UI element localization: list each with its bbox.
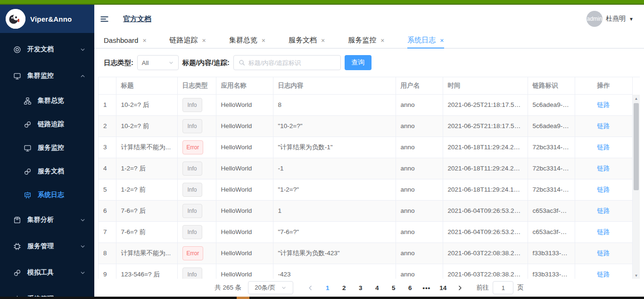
sidebar-item-service-management[interactable]: 服务管理 [0,233,94,259]
table-scrollbar[interactable]: ▲ ▼ [633,95,640,279]
log-type-select[interactable]: All [137,55,179,70]
chevron-down-icon [80,217,86,223]
more-pages-icon[interactable]: ••• [420,284,433,291]
link-icon [24,168,32,176]
trace-link[interactable]: 链路 [597,271,610,278]
avatar[interactable]: admin [586,11,603,27]
page-size-value: 20条/页 [255,283,275,292]
board-icon [24,191,32,199]
next-page-button[interactable] [457,285,463,291]
trace-link[interactable]: 链路 [597,144,610,151]
page-number[interactable]: 5 [387,284,400,291]
log-title: 计算结果不能为... [116,242,177,264]
jump-suffix: 页 [517,283,524,292]
sidebar-item-service-docs[interactable]: 服务文档 [0,160,94,183]
user-name: anno [396,221,443,242]
sidebar-item-label: 模拟工具 [27,268,80,277]
log-content: -1 [273,158,396,179]
tab-service-docs[interactable]: 服务文档× [289,33,325,48]
sidebar-item-cluster-monitor[interactable]: 集群监控 [0,63,94,89]
close-icon[interactable]: × [321,37,325,44]
scrollbar-thumb[interactable] [634,103,639,190]
timestamp: 2021-06-25T21:18:17.536712 [443,115,528,137]
tab-bar: Dashboard×链路追踪×集群总览×服务文档×服务监控×系统日志× [94,33,644,48]
prev-page-button[interactable] [307,285,314,291]
timestamp: 2021-06-04T09:26:53.284887 [443,221,528,242]
close-icon[interactable]: × [262,37,265,44]
official-docs-link[interactable]: 官方文档 [123,15,151,24]
sidebar-item-service-monitor[interactable]: 服务监控 [0,136,94,160]
action-cell: 链路 [575,264,632,279]
package-icon [13,216,21,224]
close-icon[interactable]: × [380,37,384,44]
tab-system-log[interactable]: 系统日志× [407,33,444,48]
log-level-cell: Info [177,115,216,137]
close-icon[interactable]: × [202,37,206,44]
brand[interactable]: Viper&Anno [0,5,94,33]
close-icon[interactable]: × [440,37,444,44]
sidebar-item-trace[interactable]: 链路追踪 [0,113,94,136]
trace-id: c653ac3f-12... [528,200,575,221]
log-title: 1-2=? 前 [116,179,177,200]
scroll-down-icon[interactable]: ▼ [633,272,640,279]
log-title: 10-2=? 前 [116,115,177,137]
close-icon[interactable]: × [142,37,146,44]
monitor-icon [13,72,21,80]
page-number[interactable]: 4 [371,284,383,291]
page-number[interactable]: 3 [354,284,367,291]
page-number[interactable]: 1 [321,284,334,291]
tab-dashboard[interactable]: Dashboard× [104,33,147,48]
trace-link[interactable]: 链路 [597,122,610,129]
trace-id: f33b3133-6... [528,242,575,264]
tab-label: 链路追踪 [170,36,198,45]
action-cell: 链路 [575,115,632,137]
sidebar-item-system-log[interactable]: 系统日志 [0,183,94,207]
column-header: 时间 [443,77,528,94]
trace-link[interactable]: 链路 [597,250,610,257]
app-name: HelloWorld [216,137,273,158]
jump-page-input[interactable] [493,281,513,294]
page-number[interactable]: 14 [437,284,449,291]
trace-id: 72bc3314-8... [528,137,575,158]
log-type-label: 日志类型: [104,58,133,67]
log-level-badge: Error [182,246,204,260]
tab-cluster-overview[interactable]: 集群总览× [229,33,265,48]
link-icon [24,121,32,129]
table-row: 67-6=? 后InfoHelloWorld1anno2021-06-04T09… [99,200,632,221]
user-name: anno [396,200,443,221]
page-size-select[interactable]: 20条/页 [248,281,293,294]
sidebar-item-mock-tools[interactable]: 模拟工具 [0,259,94,286]
app-name: HelloWorld [216,242,273,264]
query-button[interactable]: 查询 [345,55,372,70]
sidebar-menu: 开发文档集群监控集群总览链路追踪服务监控服务文档系统日志集群分析服务管理模拟工具… [0,33,94,299]
sidebar-item-cluster-analysis[interactable]: 集群分析 [0,207,94,233]
tab-service-monitor[interactable]: 服务监控× [348,33,384,48]
column-header: 日志类型 [177,77,216,94]
search-input[interactable] [248,59,336,66]
user-name: anno [396,179,443,200]
trace-link[interactable]: 链路 [597,207,610,214]
hamburger-icon[interactable] [98,13,111,25]
trace-link[interactable]: 链路 [597,165,610,172]
sidebar-item-dev-docs[interactable]: 开发文档 [0,36,94,63]
top-header: 官方文档 admin 杜燕明 ▼ [94,5,644,33]
tab-trace[interactable]: 链路追踪× [170,33,206,48]
log-level-badge: Info [182,183,202,197]
trace-link[interactable]: 链路 [597,228,610,235]
user-menu[interactable]: admin 杜燕明 ▼ [586,11,634,27]
chevron-down-icon [80,243,86,250]
action-cell: 链路 [575,242,632,264]
trace-link[interactable]: 链路 [597,101,610,108]
search-icon [239,59,245,66]
page-number[interactable]: 2 [338,284,350,291]
sidebar-item-label: 系统日志 [38,191,64,199]
trace-id: 5c6adea9-0... [528,94,575,115]
log-level-badge: Info [182,162,202,176]
sidebar-item-cluster-overview[interactable]: 集群总览 [0,89,94,113]
scroll-up-icon[interactable]: ▲ [633,95,640,102]
action-cell: 链路 [575,137,632,158]
page-number[interactable]: 6 [404,284,416,291]
action-cell: 链路 [575,221,632,242]
trace-link[interactable]: 链路 [597,186,610,193]
log-level-cell: Info [177,94,216,115]
